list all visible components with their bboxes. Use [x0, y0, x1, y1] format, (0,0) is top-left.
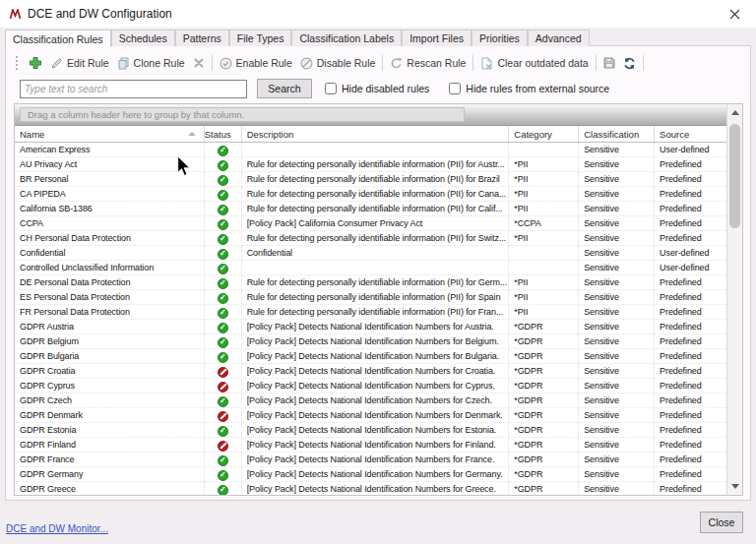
table-row[interactable]: Controlled Unclassified InformationSensi… — [15, 261, 726, 275]
status-enabled-icon — [218, 470, 228, 481]
tab-patterns[interactable]: Patterns — [175, 30, 229, 46]
table-row[interactable]: GDPR Germany[Policy Pack] Detects Nation… — [15, 467, 726, 482]
cell-category: *GDPR — [509, 364, 579, 378]
column-header-name[interactable]: Name — [15, 126, 205, 142]
vertical-scrollbar[interactable] — [726, 104, 742, 495]
hide-external-checkbox[interactable] — [449, 83, 461, 94]
table-row[interactable]: CCPA[Policy Pack] California Consumer Pr… — [15, 216, 726, 231]
disable-rule-button[interactable]: Disable Rule — [296, 55, 380, 72]
table-row[interactable]: GDPR France[Policy Pack] Detects Nationa… — [15, 453, 726, 467]
cell-category: *PII — [509, 172, 579, 186]
scroll-up-icon[interactable] — [727, 105, 742, 120]
table-row[interactable]: GDPR Denmark[Policy Pack] Detects Nation… — [15, 408, 726, 423]
cell-category: *PII — [509, 157, 579, 171]
cell-status — [205, 379, 242, 393]
clear-outdated-label: Clear outdated data — [497, 57, 588, 69]
search-button[interactable]: Search — [257, 79, 312, 98]
table-row[interactable]: FR Personal Data ProtectionRule for dete… — [15, 305, 726, 320]
table-row[interactable]: GDPR Croatia[Policy Pack] Detects Nation… — [15, 364, 726, 379]
cell-category: *CCPA — [509, 216, 579, 230]
cell-name: CA PIPEDA — [15, 187, 205, 201]
column-header-category[interactable]: Category — [509, 126, 579, 142]
cell-name: Controlled Unclassified Information — [15, 261, 205, 274]
cell-description: Rule for detecting personally identifiab… — [242, 202, 510, 215]
table-row[interactable]: California SB-1386Rule for detecting per… — [15, 202, 726, 216]
table-row[interactable]: GDPR Cyprus[Policy Pack] Detects Nationa… — [15, 379, 726, 393]
dce-dw-monitor-link[interactable]: DCE and DW Monitor... — [6, 523, 108, 534]
disable-rule-label: Disable Rule — [317, 57, 376, 69]
table-row[interactable]: ES Personal Data ProtectionRule for dete… — [15, 290, 726, 305]
cell-description: Rule for detecting personally identifiab… — [242, 290, 510, 304]
tab-priorities[interactable]: Priorities — [472, 30, 528, 46]
hide-disabled-checkbox[interactable] — [325, 83, 337, 94]
table-row[interactable]: American ExpressSensitiveUser-defined — [15, 143, 726, 157]
circle-slash-icon — [300, 57, 313, 70]
table-row[interactable]: GDPR Czech[Policy Pack] Detects National… — [15, 393, 726, 408]
close-button[interactable]: Close — [700, 512, 743, 533]
hide-disabled-rules-option[interactable]: Hide disabled rules — [325, 83, 429, 94]
cell-classification: Sensitive — [579, 143, 655, 156]
table-row[interactable]: DE Personal Data ProtectionRule for dete… — [15, 275, 726, 290]
scrollbar-thumb[interactable] — [729, 124, 740, 228]
cell-category: *PII — [509, 231, 579, 245]
cell-description: [Policy Pack] Detects National Identific… — [242, 379, 510, 393]
table-row[interactable]: CA PIPEDARule for detecting personally i… — [15, 187, 726, 202]
column-header-status[interactable]: Status — [205, 126, 242, 142]
table-row[interactable]: BR PersonalRule for detecting personally… — [15, 172, 726, 187]
search-input[interactable] — [20, 80, 247, 98]
tab-file-types[interactable]: File Types — [229, 30, 292, 46]
cell-description: Rule for detecting personally identifiab… — [242, 305, 510, 319]
tab-classification-labels[interactable]: Classification Labels — [291, 30, 402, 46]
table-row[interactable]: GDPR Bulgaria[Policy Pack] Detects Natio… — [15, 349, 726, 364]
window-close-icon[interactable] — [725, 5, 743, 23]
circle-check-icon — [220, 57, 232, 70]
clone-rule-button[interactable]: Clone Rule — [113, 55, 189, 72]
table-row[interactable]: ConfidentialConfidentialSensitiveUser-de… — [15, 246, 726, 261]
cell-category: *GDPR — [509, 453, 579, 466]
column-header-description[interactable]: Description — [242, 126, 510, 142]
cell-source: Predefined — [655, 187, 726, 201]
table-row[interactable]: GDPR Austria[Policy Pack] Detects Nation… — [15, 320, 726, 334]
add-rule-button[interactable] — [25, 54, 46, 72]
column-header-source[interactable]: Source — [655, 126, 726, 142]
save-button[interactable] — [599, 55, 619, 71]
cell-description: [Policy Pack] Detects National Identific… — [242, 467, 510, 481]
cell-classification: Sensitive — [579, 172, 655, 186]
group-by-band[interactable]: Drag a column header here to group by th… — [15, 104, 726, 126]
cell-name: GDPR Czech — [15, 393, 205, 407]
cell-status — [205, 305, 242, 319]
cell-name: GDPR Belgium — [15, 334, 205, 348]
cell-source: Predefined — [655, 467, 726, 481]
table-row[interactable]: GDPR Finland[Policy Pack] Detects Nation… — [15, 438, 726, 453]
cell-status — [205, 320, 242, 333]
delete-rule-button[interactable] — [189, 55, 209, 71]
edit-rule-button[interactable]: Edit Rule — [46, 55, 113, 72]
table-row[interactable]: GDPR Greece[Policy Pack] Detects Nationa… — [15, 482, 726, 495]
tab-classification-rules[interactable]: Classification Rules — [5, 30, 111, 47]
table-row[interactable]: AU Privacy ActRule for detecting persona… — [15, 157, 726, 172]
status-enabled-icon — [218, 426, 228, 437]
clear-outdated-button[interactable]: Clear outdated data — [476, 55, 592, 72]
cell-category: *PII — [509, 202, 579, 215]
table-row[interactable]: GDPR Estonia[Policy Pack] Detects Nation… — [15, 423, 726, 438]
toolbar-grip-handle[interactable] — [15, 55, 19, 72]
cell-status — [205, 275, 242, 289]
table-row[interactable]: CH Personal Data ProtectionRule for dete… — [15, 231, 726, 246]
refresh-button[interactable] — [619, 55, 640, 72]
scroll-down-icon[interactable] — [727, 479, 742, 494]
status-enabled-icon — [218, 249, 228, 260]
tab-schedules[interactable]: Schedules — [111, 30, 175, 46]
tab-strip: Classification RulesSchedulesPatternsFil… — [5, 29, 590, 46]
cell-status — [205, 290, 242, 304]
cell-name: CH Personal Data Protection — [15, 231, 205, 245]
cell-name: CCPA — [15, 216, 205, 230]
table-row[interactable]: GDPR Belgium[Policy Pack] Detects Nation… — [15, 334, 726, 349]
cell-name: American Express — [15, 143, 205, 156]
tab-advanced[interactable]: Advanced — [528, 30, 590, 46]
column-header-classification[interactable]: Classification — [579, 126, 655, 142]
enable-rule-button[interactable]: Enable Rule — [216, 55, 296, 72]
rescan-rule-button[interactable]: Rescan Rule — [386, 55, 470, 72]
toolbar-separator — [472, 55, 473, 71]
hide-external-rules-option[interactable]: Hide rules from external source — [449, 83, 609, 94]
tab-import-files[interactable]: Import Files — [402, 30, 472, 46]
